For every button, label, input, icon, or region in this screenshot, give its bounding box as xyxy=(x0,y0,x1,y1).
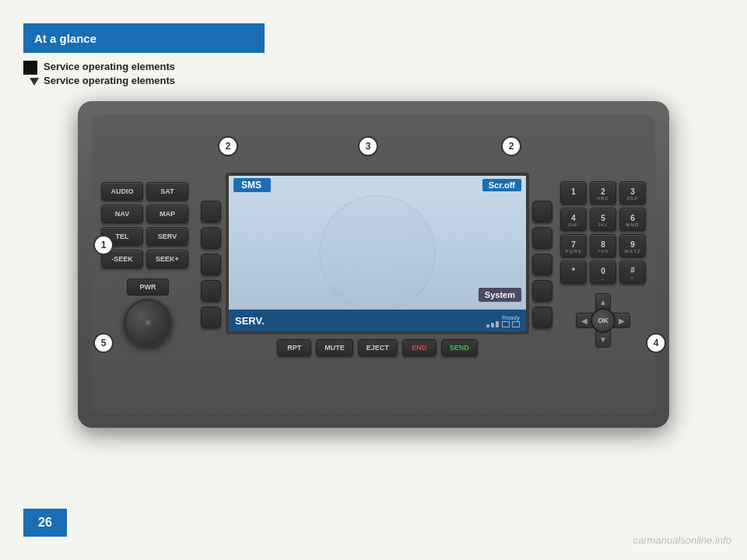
screen-status-bar: SERV. Ready xyxy=(229,310,526,331)
eject-button[interactable]: EJECT xyxy=(358,339,398,356)
left-side-btn-1[interactable] xyxy=(201,201,221,222)
left-side-btn-2[interactable] xyxy=(201,227,221,249)
dpad-down[interactable]: ▼ xyxy=(595,331,611,348)
left-side-btn-4[interactable] xyxy=(201,280,221,302)
bottom-buttons: RPT MUTE EJECT END SEND xyxy=(277,339,478,356)
right-panel: 1 2ABC 3DEF 4GHI 5JKL 6MNO 7PQR xyxy=(560,181,646,348)
num-9-button[interactable]: 9WXYZ xyxy=(619,234,646,257)
volume-knob[interactable] xyxy=(124,299,172,347)
hash-button[interactable]: #◇ xyxy=(619,261,646,284)
watermark: carmanualsonline.info xyxy=(633,534,731,546)
left-side-buttons xyxy=(201,201,223,328)
globe-decoration xyxy=(319,195,436,312)
center-section: SMS Scr.off System SERV. Ready xyxy=(201,123,554,406)
system-button[interactable]: System xyxy=(479,288,521,302)
screen-wrapper: SMS Scr.off System SERV. Ready xyxy=(226,173,529,356)
left-side-btn-5[interactable] xyxy=(201,306,221,328)
right-side-btn-4[interactable] xyxy=(532,280,552,302)
left-side-btn-3[interactable] xyxy=(201,254,221,275)
screen-top-bar: SMS Scr.off xyxy=(229,176,526,194)
seek-fwd-button[interactable]: SEEK+ xyxy=(146,250,188,268)
num-2-button[interactable]: 2ABC xyxy=(590,181,616,205)
device-inner: AUDIO SAT NAV MAP TEL SERV -SEEK SEEK+ P… xyxy=(92,115,655,414)
header-title: At a glance xyxy=(34,32,96,45)
ok-button[interactable]: OK xyxy=(591,308,615,333)
send-button[interactable]: SEND xyxy=(441,339,478,356)
signal-icons xyxy=(486,321,520,327)
main-screen: SMS Scr.off System SERV. Ready xyxy=(229,176,526,331)
ready-area: Ready xyxy=(486,314,520,327)
dpad-container: ▲ ▼ ◀ ▶ OK xyxy=(560,293,646,348)
mute-button[interactable]: MUTE xyxy=(316,339,353,356)
btn-row-tel: TEL SERV xyxy=(101,227,195,246)
battery-icon xyxy=(502,321,510,327)
serv-label: SERV. xyxy=(235,315,265,327)
sig-bar-2 xyxy=(491,323,494,327)
nav-button[interactable]: NAV xyxy=(101,205,143,223)
right-side-btn-1[interactable] xyxy=(532,201,552,222)
battery-icon-2 xyxy=(512,321,520,327)
audio-button[interactable]: AUDIO xyxy=(101,182,143,201)
page-number: 26 xyxy=(23,509,67,537)
sig-bar-1 xyxy=(486,324,489,327)
num-3-button[interactable]: 3DEF xyxy=(619,181,646,205)
map-button[interactable]: MAP xyxy=(146,205,188,223)
triangle-icon xyxy=(30,78,39,86)
right-side-buttons xyxy=(532,201,554,328)
callout-4: 4 xyxy=(646,333,666,353)
left-panel: AUDIO SAT NAV MAP TEL SERV -SEEK SEEK+ P… xyxy=(101,182,195,347)
section-indicator xyxy=(23,61,37,75)
callout-1: 1 xyxy=(93,235,114,255)
star-button[interactable]: * xyxy=(560,261,587,284)
scroff-button[interactable]: Scr.off xyxy=(482,179,521,191)
numpad: 1 2ABC 3DEF 4GHI 5JKL 6MNO 7PQR xyxy=(560,181,646,284)
screen-bezel: SMS Scr.off System SERV. Ready xyxy=(226,173,529,334)
subtitle2: Service operating elements xyxy=(44,75,175,86)
dpad: ▲ ▼ ◀ ▶ OK xyxy=(576,293,630,348)
btn-row-seek: -SEEK SEEK+ xyxy=(101,250,195,268)
num-4-button[interactable]: 4GHI xyxy=(560,208,587,231)
knob-container: PWR xyxy=(101,278,195,347)
btn-row-nav: NAV MAP xyxy=(101,205,195,223)
num-6-button[interactable]: 6MNO xyxy=(619,208,646,231)
rpt-button[interactable]: RPT xyxy=(277,339,311,356)
num-0-button[interactable]: 0_ xyxy=(590,261,616,284)
num-1-button[interactable]: 1 xyxy=(560,181,587,205)
num-5-button[interactable]: 5JKL xyxy=(590,208,616,231)
num-8-button[interactable]: 8TUV xyxy=(590,234,616,257)
sms-button[interactable]: SMS xyxy=(233,178,271,192)
num-7-button[interactable]: 7PQRS xyxy=(560,234,587,257)
btn-row-audio: AUDIO SAT xyxy=(101,182,195,201)
dpad-right[interactable]: ▶ xyxy=(613,313,630,328)
header-bar: At a glance xyxy=(23,23,265,53)
right-side-btn-3[interactable] xyxy=(532,254,552,275)
right-side-btn-5[interactable] xyxy=(532,306,552,328)
callout-3: 3 xyxy=(358,136,378,156)
sat-button[interactable]: SAT xyxy=(146,182,188,201)
ready-text: Ready xyxy=(502,314,520,321)
end-button[interactable]: END xyxy=(402,339,437,356)
callout-2b: 2 xyxy=(501,136,521,156)
right-side-btn-2[interactable] xyxy=(532,227,552,249)
sig-bar-3 xyxy=(496,321,499,327)
callout-5: 5 xyxy=(93,333,114,353)
callout-2a: 2 xyxy=(218,136,238,156)
pwr-label: PWR xyxy=(127,278,169,296)
subtitle1: Service operating elements xyxy=(44,61,175,72)
serv-button[interactable]: SERV xyxy=(146,227,188,246)
